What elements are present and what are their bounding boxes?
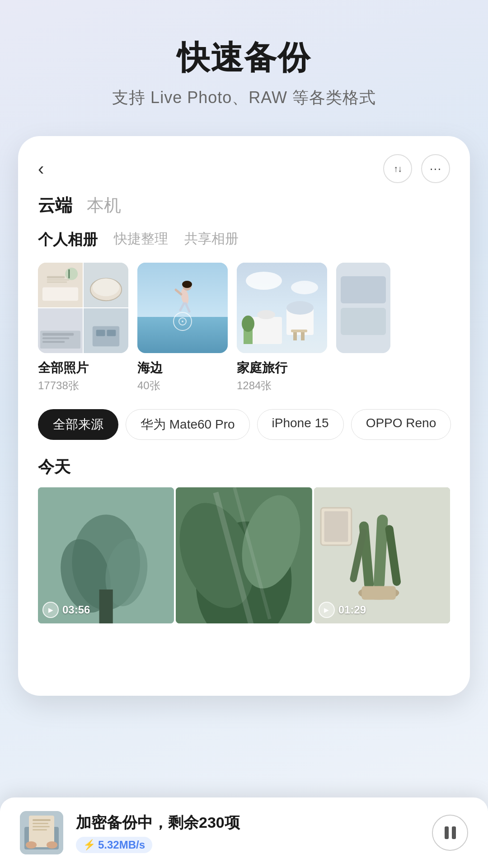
album-thumb-all (38, 263, 128, 353)
svg-rect-3 (47, 279, 70, 281)
pause-bar-left (445, 826, 449, 839)
svg-rect-17 (96, 330, 105, 336)
album-name-family: 家庭旅行 (237, 359, 327, 377)
thumb-cell (84, 308, 128, 353)
backup-title: 加密备份中，剩余230项 (76, 812, 419, 833)
thumb-cell (38, 308, 83, 353)
svg-point-38 (242, 316, 254, 332)
svg-rect-40 (301, 331, 305, 340)
photo-cell-1[interactable]: ▶ 03:56 (38, 487, 174, 623)
album-thumb-partial (336, 263, 390, 353)
video-duration-1: 03:56 (62, 604, 90, 616)
bottom-spacer (18, 623, 470, 696)
album-name-beach: 海边 (137, 359, 228, 377)
source-chips: 全部来源 华为 Mate60 Pro iPhone 15 OPPO Reno (18, 393, 470, 449)
backup-thumbnail (20, 811, 63, 854)
svg-rect-41 (291, 330, 307, 332)
svg-rect-69 (33, 819, 51, 821)
svg-rect-72 (33, 829, 47, 830)
svg-rect-16 (93, 326, 119, 347)
today-section-title: 今天 (18, 449, 470, 487)
lightning-icon: ⚡ (83, 839, 95, 851)
backup-speed-badge: ⚡ 5.32MB/s (76, 837, 152, 853)
main-tabs: 云端 本机 (18, 194, 470, 230)
svg-point-73 (26, 841, 37, 849)
svg-point-23 (182, 281, 192, 288)
svg-point-5 (65, 268, 78, 280)
tab-cloud[interactable]: 云端 (38, 194, 72, 219)
album-count-beach: 40张 (137, 378, 228, 393)
photo-image-2 (176, 487, 312, 623)
svg-rect-0 (38, 263, 83, 307)
svg-point-74 (47, 841, 57, 849)
subtab-personal[interactable]: 个人相册 (38, 230, 98, 250)
sub-tabs: 个人相册 快捷整理 共享相册 (18, 230, 470, 263)
svg-rect-36 (257, 310, 275, 319)
svg-rect-6 (68, 269, 70, 278)
svg-rect-14 (42, 341, 65, 343)
pause-bar-right (452, 826, 456, 839)
card-topbar: ‹ ↑↓ ··· (18, 154, 470, 194)
svg-rect-2 (47, 276, 65, 278)
page-subtitle: 支持 Live Photo、RAW 等各类格式 (27, 87, 461, 109)
svg-rect-43 (341, 276, 386, 303)
subtab-shared[interactable]: 共享相册 (184, 230, 239, 250)
chip-huawei[interactable]: 华为 Mate60 Pro (126, 409, 250, 440)
svg-point-9 (93, 278, 119, 297)
sort-icon: ↑↓ (394, 164, 402, 174)
svg-point-32 (291, 281, 318, 294)
svg-rect-39 (293, 331, 297, 340)
video-badge-1: ▶ 03:56 (42, 602, 90, 618)
album-name-all: 全部照片 (38, 359, 128, 377)
backup-thumb-image (20, 811, 63, 854)
svg-rect-44 (341, 308, 386, 335)
album-item-beach[interactable]: 海边 40张 (137, 263, 228, 393)
svg-rect-4 (47, 282, 67, 283)
pause-button[interactable] (432, 815, 468, 851)
chip-all[interactable]: 全部来源 (38, 409, 118, 440)
album-item-family[interactable]: 家庭旅行 1284张 (237, 263, 327, 393)
svg-rect-18 (107, 330, 116, 336)
page-title: 快速备份 (27, 36, 461, 80)
page-header: 快速备份 支持 Live Photo、RAW 等各类格式 (0, 0, 488, 127)
more-icon: ··· (430, 161, 441, 176)
chip-oppo[interactable]: OPPO Reno (351, 409, 451, 440)
svg-rect-1 (42, 287, 78, 301)
back-button[interactable]: ‹ (38, 159, 44, 179)
album-count-all: 17738张 (38, 378, 128, 393)
album-item-partial[interactable] (336, 263, 390, 393)
svg-rect-35 (250, 317, 282, 344)
video-duration-3: 01:29 (338, 604, 366, 616)
album-row: 全部照片 17738张 (18, 263, 470, 393)
svg-rect-63 (361, 586, 395, 599)
svg-point-34 (286, 301, 314, 315)
album-thumb-beach (137, 263, 228, 353)
pause-icon (445, 826, 456, 839)
svg-rect-49 (99, 590, 113, 623)
topbar-right: ↑↓ ··· (383, 154, 450, 183)
svg-point-29 (182, 321, 183, 322)
album-thumb-family (237, 263, 327, 353)
subtab-quick[interactable]: 快捷整理 (114, 230, 168, 250)
backup-bar: 加密备份中，剩余230项 ⚡ 5.32MB/s (0, 797, 488, 868)
photo-cell-2[interactable] (176, 487, 312, 623)
svg-point-31 (246, 272, 282, 290)
thumb-cell (84, 263, 128, 307)
svg-rect-13 (42, 337, 69, 339)
video-badge-3: ▶ 01:29 (319, 602, 366, 618)
album-item-all[interactable]: 全部照片 17738张 (38, 263, 128, 393)
chip-iphone[interactable]: iPhone 15 (257, 409, 344, 440)
thumb-cell (38, 263, 83, 307)
more-menu-button[interactable]: ··· (421, 154, 450, 183)
phone-card: ‹ ↑↓ ··· 云端 本机 个人相册 快捷整理 共享相册 (18, 136, 470, 696)
svg-rect-70 (33, 823, 48, 824)
sort-icon-button[interactable]: ↑↓ (383, 154, 412, 183)
svg-rect-12 (42, 333, 74, 335)
play-icon-3: ▶ (319, 602, 335, 618)
svg-rect-71 (33, 826, 50, 827)
photo-cell-3[interactable]: ▶ 01:29 (314, 487, 450, 623)
tab-local[interactable]: 本机 (87, 194, 121, 219)
speed-text: 5.32MB/s (98, 839, 145, 851)
photo-grid: ▶ 03:56 (18, 487, 470, 623)
backup-info: 加密备份中，剩余230项 ⚡ 5.32MB/s (76, 812, 419, 853)
